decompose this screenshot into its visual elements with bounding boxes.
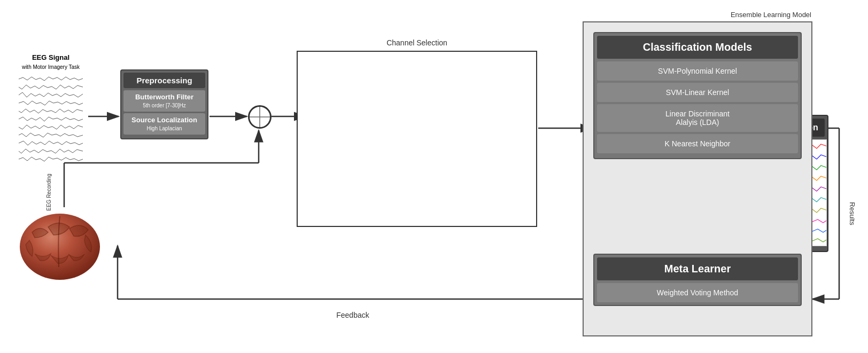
svg-text:EEG Recording: EEG Recording [46, 174, 52, 210]
classification-item-svm-linear: SVM-Linear Kernel [597, 83, 798, 102]
classification-item-svm-poly: SVM-Polynomial Kernel [597, 61, 798, 81]
junction-svg [250, 107, 270, 127]
diagram-container: Results Feedback EEG Recording EEG Signa… [0, 0, 868, 353]
classification-item-lda: Linear DiscriminantAlalyis (LDA) [597, 104, 798, 132]
weighted-voting-item: Weighted Voting Method [597, 283, 798, 302]
channel-selection-outer: Channel Selection PostProcessing Regular… [297, 51, 537, 227]
preprocessing-title: Preprocessing [123, 73, 205, 88]
butterworth-title: Butterworth Filter [128, 93, 201, 102]
ensemble-label: Ensemble Learning Model [731, 11, 811, 19]
source-sub: High Laplacian [128, 125, 201, 132]
preprocessing-box: Preprocessing Butterworth Filter 5th ord… [120, 69, 208, 139]
eeg-signal-label: EEG Signal with Motor Imagery Task [16, 53, 86, 72]
eeg-signal-area: EEG Signal with Motor Imagery Task [16, 53, 86, 170]
circle-junction [248, 105, 272, 129]
eeg-waveform-svg [19, 75, 83, 168]
meta-learner-box: Meta Learner Weighted Voting Method [593, 254, 802, 306]
preprocessing-item-butterworth: Butterworth Filter 5th order [7-30]Hz [123, 90, 205, 112]
svg-text:Feedback: Feedback [336, 311, 369, 319]
classification-box: Classification Models SVM-Polynomial Ker… [593, 32, 802, 159]
classification-title: Classification Models [597, 36, 798, 59]
brain-svg [16, 208, 104, 286]
channel-selection-label: Channel Selection [386, 38, 447, 47]
butterworth-sub: 5th order [7-30]Hz [128, 102, 201, 109]
source-title: Source Localization [128, 116, 201, 125]
preprocessing-item-source: Source Localization High Laplacian [123, 113, 205, 135]
classification-item-knn: K Nearest Neighbor [597, 134, 798, 153]
svg-text:Results: Results [848, 202, 856, 225]
meta-learner-title: Meta Learner [597, 257, 798, 280]
brain-image [16, 208, 107, 288]
